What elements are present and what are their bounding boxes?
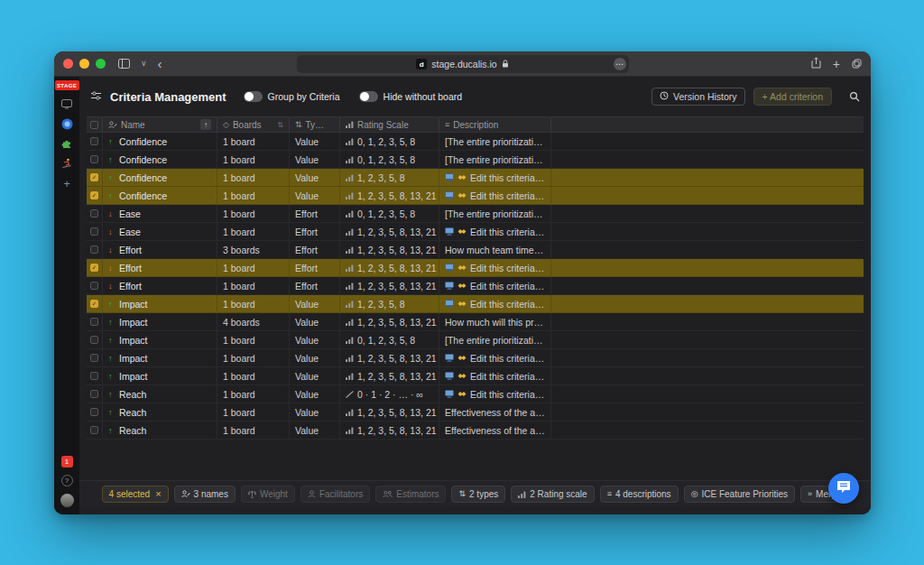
type-column-header[interactable]: ⇅ Ty…: [290, 117, 340, 132]
rating-scale-column-header[interactable]: Rating Scale: [340, 117, 439, 132]
share-icon[interactable]: [811, 56, 821, 72]
table-row[interactable]: ↓Effort3 boardsEffort1, 2, 3, 5, 8, 13, …: [87, 241, 864, 259]
arrow-up-icon: ↑: [108, 137, 116, 146]
row-checkbox[interactable]: [90, 372, 98, 380]
row-checkbox[interactable]: [90, 155, 98, 163]
bulk-action-3-names[interactable]: 3 names: [174, 486, 236, 503]
selected-count-button[interactable]: 4 selected ×: [102, 486, 169, 503]
table-row[interactable]: ↓Effort1 boardEffort1, 2, 3, 5, 8, 13, 2…: [87, 277, 864, 295]
dashboard-icon[interactable]: [60, 97, 73, 110]
row-name-cell: ↑Impact: [103, 349, 217, 366]
row-name-cell: ↓Ease: [103, 223, 217, 240]
row-checkbox[interactable]: [90, 209, 98, 218]
table-row[interactable]: ↑Confidence1 boardValue0, 1, 2, 3, 5, 8[…: [87, 151, 864, 169]
header-filler: [551, 117, 864, 132]
sort-ascending-button[interactable]: ↑: [200, 119, 211, 130]
skier-board-icon[interactable]: [60, 157, 73, 170]
clear-selection-icon[interactable]: ×: [155, 489, 161, 499]
names-icon: [181, 490, 190, 498]
page-options-button[interactable]: ⋯: [614, 58, 626, 70]
zoom-window-button[interactable]: [96, 59, 106, 69]
row-checkbox[interactable]: ✓: [90, 191, 98, 199]
minimize-window-button[interactable]: [79, 59, 89, 69]
stage-environment-badge: STAGE: [55, 80, 79, 90]
criterion-name: Confidence: [119, 154, 167, 165]
row-checkbox[interactable]: [90, 245, 98, 254]
hide-without-board-toggle[interactable]: Hide without board: [359, 91, 463, 102]
description-text: How much will this project i…: [445, 317, 545, 328]
table-row[interactable]: ↑Impact4 boardsValue1, 2, 3, 5, 8, 13, 2…: [87, 313, 864, 331]
workspace-avatar-blue[interactable]: [60, 117, 73, 130]
search-icon[interactable]: [849, 91, 860, 102]
row-checkbox[interactable]: [90, 282, 98, 290]
bulk-action-weight[interactable]: Weight: [241, 486, 295, 503]
monitor-icon: [445, 191, 454, 199]
row-scale-cell: 1, 2, 3, 5, 8, 13, 21: [340, 349, 439, 366]
bulk-action-ice-feature-priorities[interactable]: ◎ICE Feature Priorities: [684, 486, 795, 503]
row-checkbox[interactable]: [90, 336, 98, 344]
chat-widget-button[interactable]: [828, 473, 859, 504]
table-row[interactable]: ✓↑Confidence1 boardValue1, 2, 3, 5, 8, 1…: [87, 187, 864, 205]
row-filler: [551, 349, 864, 366]
table-row[interactable]: ✓↑Impact1 boardValue1, 2, 3, 5, 8Edit th…: [87, 295, 864, 313]
toggle-track: [244, 91, 263, 102]
back-icon[interactable]: ‹: [158, 57, 162, 70]
table-row[interactable]: ↓Ease1 boardEffort0, 1, 2, 3, 5, 8[The e…: [87, 205, 864, 223]
arrow-up-icon: ↑: [108, 426, 116, 435]
rating-bars-icon: [346, 156, 354, 163]
new-tab-icon[interactable]: +: [833, 58, 840, 70]
table-row[interactable]: ↑Impact1 boardValue0, 1, 2, 3, 5, 8[The …: [87, 331, 864, 349]
arrow-up-icon: ↑: [108, 173, 116, 182]
row-scale-cell: 0, 1, 2, 3, 5, 8: [340, 133, 439, 150]
table-row[interactable]: ↑Confidence1 boardValue0, 1, 2, 3, 5, 8[…: [87, 133, 864, 151]
table-row[interactable]: ✓↓Effort1 boardEffort1, 2, 3, 5, 8, 13, …: [87, 259, 864, 277]
row-checkbox[interactable]: [90, 426, 98, 434]
puzzle-board-icon[interactable]: [60, 137, 73, 150]
row-checkbox[interactable]: [90, 390, 98, 398]
add-workspace-button[interactable]: +: [60, 177, 73, 190]
bulk-action-estimators[interactable]: Estimators: [375, 486, 446, 503]
select-all-checkbox[interactable]: [90, 121, 98, 129]
row-checkbox[interactable]: [90, 137, 98, 145]
table-row[interactable]: ↑Impact1 boardValue1, 2, 3, 5, 8, 13, 21…: [87, 349, 864, 367]
notification-badge[interactable]: 1: [61, 456, 73, 468]
name-column-header[interactable]: Name ↑: [103, 117, 217, 132]
criterion-name: Impact: [119, 335, 148, 346]
chevron-down-icon[interactable]: ∨: [141, 60, 147, 68]
bulk-action-facilitators[interactable]: Facilitators: [300, 486, 370, 503]
table-row[interactable]: ↑Impact1 boardValue1, 2, 3, 5, 8, 13, 21…: [87, 367, 864, 385]
version-history-button[interactable]: Version History: [651, 88, 745, 106]
add-criterion-button[interactable]: + Add criterion: [753, 88, 832, 106]
row-scale-cell: 0, 1, 2, 3, 5, 8: [340, 331, 439, 348]
row-checkbox-cell: [87, 367, 103, 384]
bulk-action-2-rating-scale[interactable]: 2 Rating scale: [511, 486, 594, 503]
bulk-action-4-descriptions[interactable]: ≡4 descriptions: [600, 486, 679, 503]
description-text: [The entire prioritization crit…: [445, 335, 545, 346]
tab-overview-icon[interactable]: [852, 56, 862, 72]
group-by-criteria-toggle[interactable]: Group by Criteria: [244, 91, 340, 102]
table-row[interactable]: ↓Ease1 boardEffort1, 2, 3, 5, 8, 13, 21E…: [87, 223, 864, 241]
address-bar[interactable]: d stage.ducalis.io ⋯: [297, 55, 629, 73]
criterion-name: Impact: [119, 353, 148, 364]
table-row[interactable]: ✓↑Confidence1 boardValue1, 2, 3, 5, 8Edi…: [87, 169, 864, 187]
row-checkbox[interactable]: [90, 354, 98, 362]
close-window-button[interactable]: [63, 59, 73, 69]
table-row[interactable]: ↑Reach1 boardValue1, 2, 3, 5, 8, 13, 21E…: [87, 403, 864, 421]
row-checkbox[interactable]: ✓: [90, 300, 98, 308]
row-checkbox[interactable]: [90, 227, 98, 236]
row-checkbox[interactable]: ✓: [90, 264, 98, 272]
row-boards-cell: 1 board: [217, 259, 290, 276]
row-checkbox[interactable]: ✓: [90, 173, 98, 181]
help-button[interactable]: ?: [61, 475, 73, 486]
sidebar-toggle-icon[interactable]: [118, 56, 130, 72]
row-checkbox[interactable]: [90, 318, 98, 326]
description-column-header[interactable]: ≡ Description: [439, 117, 551, 132]
user-avatar[interactable]: [60, 494, 74, 507]
criterion-name: Impact: [119, 371, 148, 382]
row-checkbox[interactable]: [90, 408, 98, 416]
boards-column-header[interactable]: ◇ Boards ⇅: [217, 117, 290, 132]
bulk-action-2-types[interactable]: ⇅2 types: [451, 486, 505, 503]
criterion-name: Effort: [119, 281, 142, 292]
table-row[interactable]: ↑Reach1 boardValue1, 2, 3, 5, 8, 13, 21E…: [87, 421, 864, 440]
table-row[interactable]: ↑Reach1 boardValue0 · 1 · 2 · … · ∞Edit …: [87, 385, 864, 403]
